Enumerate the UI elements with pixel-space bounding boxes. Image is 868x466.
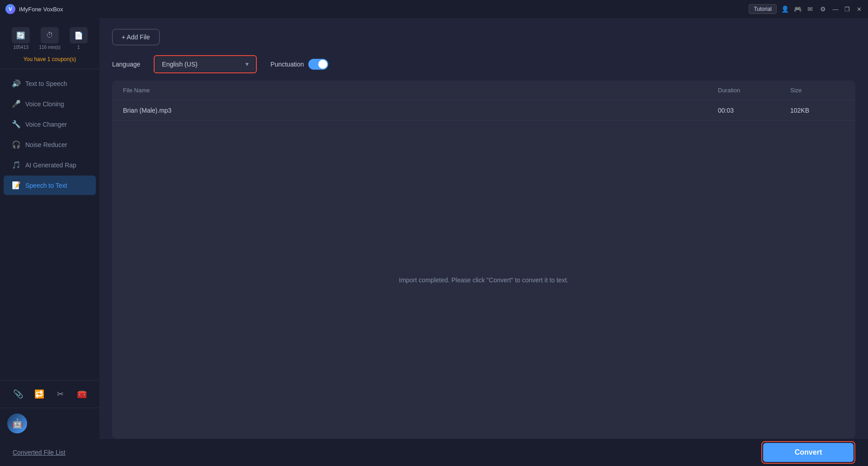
minutes-value: 116 min(s) xyxy=(39,45,60,50)
sidebar-item-voice-cloning[interactable]: 🎤 Voice Cloning xyxy=(4,94,96,114)
toggle-thumb xyxy=(318,60,327,69)
voice-cloning-icon: 🎤 xyxy=(12,100,21,108)
coupon-banner: You have 1 coupon(s) xyxy=(0,53,99,67)
cut-icon[interactable]: ✂ xyxy=(52,386,69,402)
voice-cloning-label: Voice Cloning xyxy=(25,100,64,108)
col-duration: Duration xyxy=(718,87,790,94)
settings-icon[interactable]: ⚙ xyxy=(818,5,827,14)
sidebar-item-noise-reducer[interactable]: 🎧 Noise Reducer xyxy=(4,135,96,154)
sidebar-item-voice-changer[interactable]: 🔧 Voice Changer xyxy=(4,114,96,134)
sidebar-bottom-icons: 📎 🔁 ✂ 🧰 xyxy=(0,380,99,408)
sidebar: 🔄 105413 ⏱ 116 min(s) 📄 1 You have 1 cou… xyxy=(0,18,99,439)
toolbar-row: + Add File xyxy=(112,29,855,45)
ai-rap-label: AI Generated Rap xyxy=(25,162,76,169)
sidebar-item-ai-generated-rap[interactable]: 🎵 AI Generated Rap xyxy=(4,155,96,175)
sidebar-divider xyxy=(0,69,99,69)
content-area: + Add File Language English (US) English… xyxy=(99,18,868,439)
speech-to-text-label: Speech to Text xyxy=(25,182,67,189)
col-size: Size xyxy=(790,87,844,94)
stat-files: 📄 1 xyxy=(70,27,88,50)
language-select[interactable]: English (US) English (UK) Spanish French… xyxy=(156,57,255,71)
convert-button[interactable]: Convert xyxy=(763,443,854,462)
text-to-speech-label: Text to Speech xyxy=(25,80,67,87)
voice-changer-label: Voice Changer xyxy=(25,121,67,128)
converted-file-link[interactable]: Converted File List xyxy=(13,449,66,456)
title-bar-right: Tutorial 👤 🎮 ✉ ⚙ — ❐ ✕ xyxy=(749,4,863,14)
text-to-speech-icon: 🔊 xyxy=(12,79,21,88)
sidebar-bot: 🤖 xyxy=(0,408,99,439)
bot-avatar: 🤖 xyxy=(7,414,27,433)
toolbox-icon[interactable]: 🧰 xyxy=(74,386,90,402)
files-value: 1 xyxy=(77,45,80,50)
noise-reducer-icon: 🎧 xyxy=(12,140,21,149)
game-icon[interactable]: 🎮 xyxy=(793,5,802,14)
sidebar-item-speech-to-text[interactable]: 📝 Speech to Text xyxy=(4,176,96,195)
stat-minutes: ⏱ 116 min(s) xyxy=(39,27,60,50)
repeat-icon[interactable]: 🔁 xyxy=(31,386,47,402)
tutorial-button[interactable]: Tutorial xyxy=(749,4,777,14)
language-label: Language xyxy=(112,61,140,68)
add-file-button[interactable]: + Add File xyxy=(112,29,160,45)
language-select-wrap: English (US) English (UK) Spanish French… xyxy=(154,55,257,73)
user-icon[interactable]: 👤 xyxy=(780,5,789,14)
noise-reducer-label: Noise Reducer xyxy=(25,141,67,148)
col-file-name: File Name xyxy=(123,87,718,94)
language-select-wrapper: English (US) English (UK) Spanish French… xyxy=(156,57,255,71)
stat-characters: 🔄 105413 xyxy=(12,27,30,50)
cell-duration: 00:03 xyxy=(718,107,790,114)
speech-to-text-icon: 📝 xyxy=(12,181,21,190)
close-button[interactable]: ✕ xyxy=(855,5,863,13)
app-title: iMyFone VoxBox xyxy=(19,6,749,13)
mail-icon[interactable]: ✉ xyxy=(806,5,815,14)
file-table-header: File Name Duration Size xyxy=(112,81,855,100)
app-logo: V xyxy=(5,4,15,14)
cell-size: 102KB xyxy=(790,107,844,114)
sidebar-stats: 🔄 105413 ⏱ 116 min(s) 📄 1 xyxy=(0,23,99,53)
minimize-button[interactable]: — xyxy=(832,5,839,13)
convert-btn-wrap: Convert xyxy=(761,441,855,464)
cell-file-name: Brian (Male).mp3 xyxy=(123,107,718,114)
voice-changer-icon: 🔧 xyxy=(12,120,21,128)
app-body: 🔄 105413 ⏱ 116 min(s) 📄 1 You have 1 cou… xyxy=(0,18,868,439)
punctuation-toggle[interactable] xyxy=(308,59,328,70)
bottom-bar: Converted File List Convert xyxy=(0,439,868,466)
minutes-icon: ⏱ xyxy=(41,27,59,43)
import-message: Import completed. Please click "Convert"… xyxy=(112,121,855,439)
table-row[interactable]: Brian (Male).mp3 00:03 102KB xyxy=(112,100,855,121)
ai-rap-icon: 🎵 xyxy=(12,161,21,169)
characters-value: 105413 xyxy=(13,45,28,50)
attach-icon[interactable]: 📎 xyxy=(10,386,26,402)
title-bar: V iMyFone VoxBox Tutorial 👤 🎮 ✉ ⚙ — ❐ ✕ xyxy=(0,0,868,18)
maximize-button[interactable]: ❐ xyxy=(844,5,851,13)
punctuation-label: Punctuation xyxy=(270,61,304,68)
file-table: File Name Duration Size Brian (Male).mp3… xyxy=(112,81,855,439)
language-row: Language English (US) English (UK) Spani… xyxy=(112,55,855,73)
sidebar-item-text-to-speech[interactable]: 🔊 Text to Speech xyxy=(4,74,96,93)
sidebar-nav: 🔊 Text to Speech 🎤 Voice Cloning 🔧 Voice… xyxy=(0,71,99,380)
punctuation-group: Punctuation xyxy=(270,59,328,70)
files-icon: 📄 xyxy=(70,27,88,43)
characters-icon: 🔄 xyxy=(12,27,30,43)
